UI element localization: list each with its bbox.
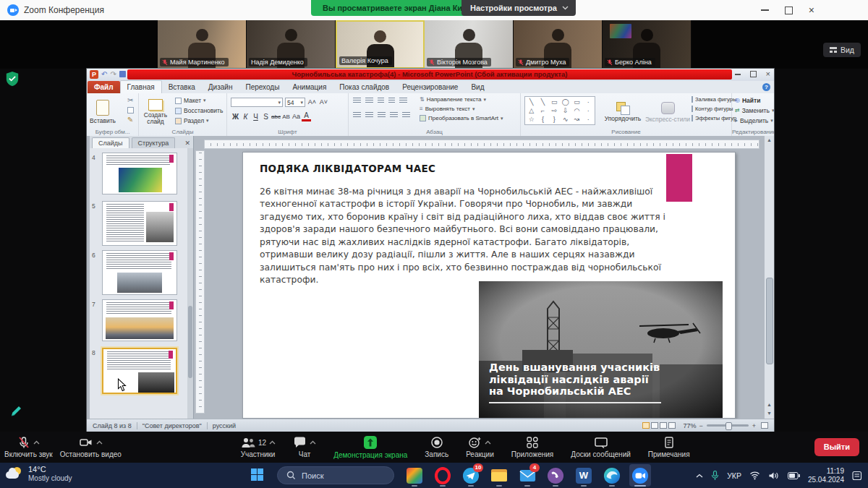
tab-home[interactable]: Главная [120,80,162,93]
maximize-button[interactable] [785,7,793,14]
text-direction-button[interactable]: ⇅Направление текста▾ [420,96,503,103]
battery-icon[interactable] [788,472,800,479]
tab-insert[interactable]: Вставка [162,81,202,93]
participant-tile[interactable]: Майя Мартиненко [158,20,247,69]
reading-view-icon[interactable] [660,422,667,429]
smartart-button[interactable]: Преобразовать в SmartArt▾ [420,115,503,121]
align-center-button[interactable] [365,112,373,119]
ppt-restore-button[interactable] [750,71,757,77]
photos-app-icon[interactable] [404,464,425,487]
cut-icon[interactable]: ✂ [127,97,134,104]
participant-tile[interactable]: Дмитро Муха [514,20,603,69]
zoom-out-icon[interactable]: − [699,422,702,429]
underline-button[interactable]: Ч [251,112,260,121]
slide-canvas[interactable]: ПОДЯКА ЛІКВІДАТОРАМ ЧАЕС 26 квітня минає… [242,152,736,419]
decrease-indent-button[interactable] [378,98,384,104]
unmute-button[interactable]: Включить звук [4,436,53,458]
wifi-icon[interactable] [749,471,760,480]
strikethrough-button[interactable]: abc [271,112,281,121]
select-button[interactable]: ▸Выделить▾ [735,117,774,124]
next-slide-icon[interactable]: ▼ [765,409,774,418]
align-text-button[interactable]: ≡Выровнять текст▾ [420,106,503,112]
close-button[interactable]: × [809,5,814,15]
undo-icon[interactable]: ↶ [101,70,107,79]
language-indicator[interactable]: УКР [727,471,741,480]
shape-effects-button[interactable]: Эффекты фигур [692,115,732,121]
telegram-app-icon[interactable]: 10 [460,464,482,487]
chevron-up-icon[interactable] [96,440,103,445]
grow-font-button[interactable]: А˄ [307,98,317,107]
tab-view[interactable]: Вид [464,81,490,93]
increase-indent-button[interactable] [388,98,395,104]
italic-button[interactable]: К [241,112,250,121]
slideshow-view-icon[interactable] [668,422,676,429]
change-case-button[interactable]: Аа [292,112,301,121]
ppt-close-button[interactable]: × [766,70,770,78]
participant-tile[interactable]: Вікторія Мозгова [425,20,514,69]
mail-app-icon[interactable]: 4 [516,464,538,487]
share-screen-button[interactable]: Демонстрация экрана [333,435,407,459]
slide-body-text[interactable]: 26 квітня минає 38-ма річниця з дня авар… [260,186,678,287]
annotate-pencil-icon[interactable] [9,405,22,418]
redo-icon[interactable]: ↷ [110,70,116,79]
format-painter-icon[interactable]: ✎ [127,116,134,124]
shape-fill-button[interactable]: Заливка фигуры [692,96,732,103]
slide-4-thumbnail[interactable] [102,153,177,194]
thumbnail-row[interactable]: 6 [90,250,193,296]
justify-button[interactable] [390,112,398,119]
help-icon[interactable]: ? [762,83,770,91]
tray-mic-icon[interactable] [711,471,719,481]
chevron-up-icon[interactable] [269,440,276,445]
thumbnail-row[interactable]: 4 [90,153,193,197]
zoom-slider[interactable] [707,424,749,427]
normal-view-icon[interactable] [642,422,650,429]
char-spacing-button[interactable]: АВ [281,112,291,121]
font-name-combobox[interactable]: ▾ [231,98,283,107]
opera-app-icon[interactable] [432,464,454,487]
participant-tile-active-speaker[interactable]: Валерія Кочура [336,20,425,69]
taskbar-search[interactable]: Поиск [277,466,394,484]
reset-button[interactable]: Восстановить [175,107,223,114]
section-button[interactable]: Раздел▾ [175,117,223,124]
align-left-button[interactable] [353,112,361,119]
shrink-font-button[interactable]: А˅ [319,98,328,107]
tab-file[interactable]: Файл [88,81,120,93]
apps-button[interactable]: Приложения [511,436,554,458]
gallery-view-button[interactable]: Вид [823,43,861,57]
stop-video-button[interactable]: Остановить видео [60,436,122,458]
minimize-button[interactable] [761,9,769,11]
tab-design[interactable]: Дизайн [202,81,239,93]
notes-button[interactable]: Примечания [648,436,690,458]
reactions-button[interactable]: Реакции [466,436,494,458]
start-button[interactable] [251,468,263,481]
tab-review[interactable]: Рецензирование [396,81,464,93]
word-app-icon[interactable]: W [573,464,595,487]
thumbnail-row[interactable]: 7 [90,299,193,344]
copy-icon[interactable] [127,107,134,114]
previous-slide-icon[interactable]: ▲ [765,401,774,409]
file-explorer-icon[interactable] [488,464,510,487]
encryption-shield-icon[interactable] [5,71,20,87]
slide-7-thumbnail[interactable] [102,299,177,341]
taskbar-clock[interactable]: 11:19 25.04.2024 [808,467,844,484]
taskbar-weather-widget[interactable]: 14°C Mostly cloudy [6,465,72,483]
line-spacing-button[interactable] [399,98,407,104]
status-language[interactable]: русский [213,422,236,429]
slide-5-thumbnail[interactable] [102,201,177,246]
tab-slideshow[interactable]: Показ слайдов [333,81,396,93]
tray-chevron-up-icon[interactable] [696,474,703,478]
scroll-up-icon[interactable]: ▲ [765,136,774,145]
volume-icon[interactable] [768,471,780,480]
edge-app-icon[interactable] [601,464,623,487]
tab-animation[interactable]: Анимация [286,81,333,93]
thumbnail-row[interactable]: 5 [90,201,193,247]
participant-tile[interactable]: Надія Демиденко [247,20,336,69]
panel-close-icon[interactable]: ✕ [184,140,190,147]
layout-button[interactable]: Макет▾ [175,97,223,104]
viber-app-icon[interactable] [545,464,566,487]
view-options-button[interactable]: Настройки просмотра [461,0,576,16]
notification-center-icon[interactable] [852,471,862,481]
find-button[interactable]: ◎Найти [735,97,774,104]
text-shadow-button[interactable]: S [261,112,271,121]
participant-tile[interactable]: Берко Аліна [603,20,692,69]
